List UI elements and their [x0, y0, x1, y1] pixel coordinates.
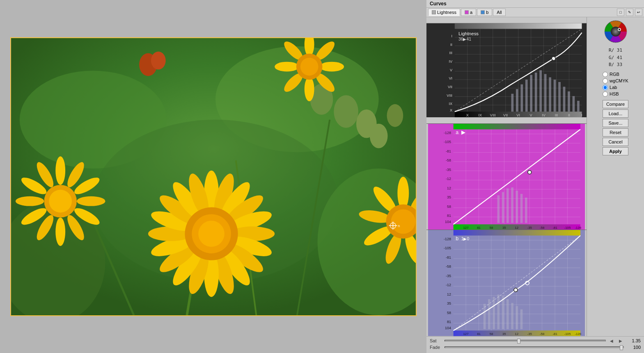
svg-point-74 — [391, 209, 415, 234]
svg-rect-121 — [563, 87, 566, 112]
tab-b[interactable]: b — [477, 9, 492, 16]
svg-point-17 — [55, 156, 65, 185]
svg-rect-113 — [525, 80, 528, 112]
mode-hsb[interactable]: HSB — [603, 91, 628, 97]
svg-point-235 — [514, 288, 518, 292]
svg-text:-105: -105 — [564, 333, 571, 336]
image-canvas[interactable]: n — [10, 37, 417, 316]
svg-text:-81: -81 — [552, 226, 557, 230]
lightness-curve-svg: I II III IV V VI VII VIII IX X — [426, 17, 587, 123]
g-value: G/ 41 — [609, 54, 622, 61]
svg-rect-120 — [558, 82, 561, 112]
a-curve-svg: -128 -105 -81 -58 -35 -12 12 35 58 81 10… — [426, 124, 587, 230]
svg-point-10 — [334, 95, 358, 128]
svg-rect-110 — [511, 94, 513, 112]
svg-text:58: 58 — [490, 333, 493, 336]
svg-rect-80 — [455, 23, 582, 29]
a-curve-panel[interactable]: -128 -105 -81 -58 -35 -12 12 35 58 81 10… — [426, 124, 587, 230]
svg-text:127: 127 — [463, 333, 468, 336]
svg-text:-81: -81 — [552, 333, 557, 336]
svg-rect-226 — [488, 299, 490, 329]
tab-all[interactable]: All — [493, 9, 505, 16]
svg-point-13 — [369, 123, 387, 148]
svg-text:-35: -35 — [446, 167, 451, 171]
toolbar-btn-3[interactable]: ↩ — [635, 9, 642, 16]
svg-rect-122 — [568, 91, 570, 112]
svg-point-20 — [76, 196, 105, 206]
svg-point-60 — [275, 61, 299, 71]
svg-text:12: 12 — [515, 226, 518, 230]
svg-rect-227 — [493, 297, 495, 329]
svg-text:-128: -128 — [444, 130, 451, 134]
fade-track[interactable] — [445, 346, 624, 348]
svg-rect-115 — [535, 73, 537, 112]
svg-text:n: n — [398, 224, 400, 228]
svg-text:X: X — [466, 113, 469, 117]
mode-lab[interactable]: Lab — [603, 85, 628, 90]
tab-all-label: All — [497, 10, 502, 15]
color-wheel — [604, 20, 628, 43]
tab-a[interactable]: a — [461, 9, 476, 16]
lightness-curve-panel[interactable]: I II III IV V VI VII VIII IX X — [426, 17, 587, 124]
svg-text:III: III — [449, 51, 452, 55]
svg-point-126 — [552, 57, 555, 60]
apply-button[interactable]: Apply — [603, 147, 628, 155]
svg-text:VII: VII — [448, 85, 452, 89]
svg-point-63 — [300, 57, 318, 75]
svg-text:III: III — [555, 113, 558, 117]
svg-text:35: 35 — [502, 226, 506, 230]
color-mode-group: RGB wgCMYK Lab HSB — [603, 72, 628, 97]
fade-thumb[interactable] — [620, 345, 623, 350]
mode-rgb[interactable]: RGB — [603, 72, 628, 77]
load-button[interactable]: Load... — [603, 109, 628, 118]
r-value: R/ 31 — [609, 47, 622, 54]
svg-rect-112 — [520, 84, 523, 112]
svg-point-14 — [387, 104, 403, 127]
compare-button[interactable]: Compare — [603, 100, 628, 108]
mode-wgcmyk[interactable]: wgCMYK — [603, 78, 628, 84]
svg-text:X: X — [450, 108, 452, 112]
toolbar-btn-2[interactable]: ✎ — [626, 9, 633, 16]
svg-text:35: 35 — [447, 195, 451, 199]
svg-text:I: I — [581, 113, 582, 117]
svg-text:35: 35 — [502, 333, 506, 336]
svg-point-23 — [55, 217, 65, 246]
svg-text:-128: -128 — [575, 226, 581, 230]
svg-text:IV: IV — [542, 113, 546, 117]
svg-text:▶: ▶ — [461, 129, 465, 135]
svg-rect-118 — [549, 77, 551, 112]
svg-text:-105: -105 — [564, 226, 571, 230]
svg-rect-124 — [577, 101, 580, 112]
save-button[interactable]: Save... — [603, 119, 628, 127]
svg-text:-58: -58 — [446, 158, 451, 162]
toolbar-btn-1[interactable]: □ — [617, 9, 624, 16]
svg-rect-177 — [525, 198, 527, 223]
svg-text:a: a — [456, 129, 458, 135]
svg-rect-116 — [539, 70, 542, 112]
svg-point-30 — [49, 189, 72, 212]
svg-text:127: 127 — [463, 226, 468, 230]
svg-rect-176 — [520, 194, 523, 223]
svg-text:-128: -128 — [444, 237, 451, 241]
sat-track[interactable] — [445, 340, 606, 342]
svg-text:-12: -12 — [446, 177, 451, 181]
svg-text:81: 81 — [477, 226, 481, 230]
action-buttons: Compare Load... Save... Reset Cancel App… — [603, 100, 628, 155]
cancel-button[interactable]: Cancel — [603, 138, 628, 146]
svg-text:81: 81 — [447, 214, 451, 218]
fade-slider-row: Fade 100 — [430, 345, 641, 350]
reset-button[interactable]: Reset — [603, 128, 628, 137]
svg-text:-58: -58 — [446, 265, 451, 269]
svg-text:I: I — [451, 34, 453, 38]
svg-text:V: V — [450, 68, 453, 72]
svg-point-58 — [304, 77, 314, 101]
svg-text:12: 12 — [447, 292, 451, 296]
sat-thumb[interactable] — [517, 339, 520, 344]
b-curve-panel[interactable]: -128 -105 -81 -58 -35 -12 12 35 58 81 10… — [426, 230, 587, 336]
svg-text:-81: -81 — [446, 255, 451, 260]
svg-text:104: 104 — [445, 326, 451, 330]
tab-lightness[interactable]: Lightness — [428, 9, 460, 16]
svg-text:VI: VI — [449, 76, 452, 80]
bottom-controls: Sat ◀ ▶ 1.35 Fade 100 — [426, 336, 644, 353]
svg-text:VI: VI — [516, 113, 520, 117]
